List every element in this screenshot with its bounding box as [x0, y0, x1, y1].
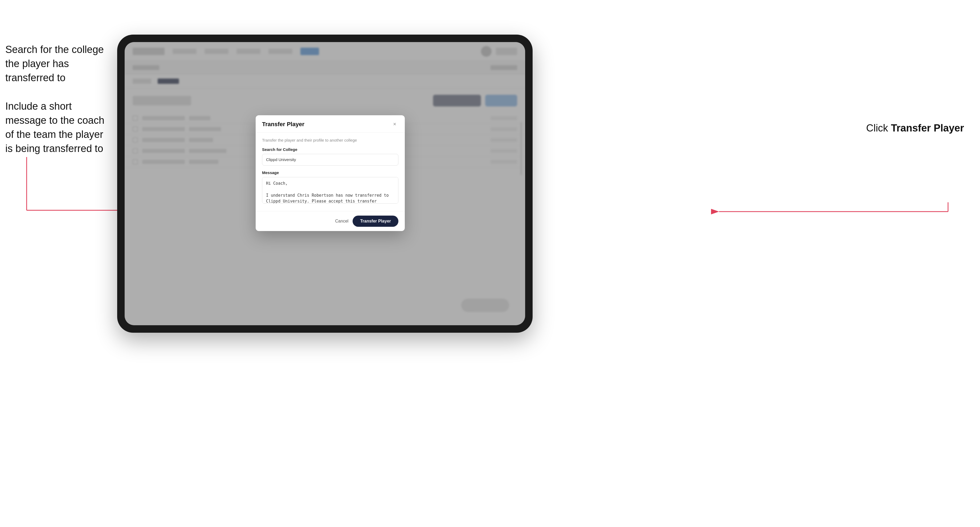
- close-icon: ×: [393, 121, 396, 127]
- search-college-input[interactable]: [262, 154, 398, 165]
- modal-overlay: Transfer Player × Transfer the player an…: [125, 42, 525, 325]
- annotation-text-1: Search for the college the player has tr…: [5, 43, 107, 85]
- annotation-right: Click Transfer Player: [866, 122, 964, 134]
- annotation-right-bold: Transfer Player: [891, 122, 964, 133]
- tablet-frame: Transfer Player × Transfer the player an…: [117, 35, 533, 333]
- modal-close-button[interactable]: ×: [391, 121, 398, 128]
- transfer-player-button[interactable]: Transfer Player: [353, 216, 398, 227]
- modal-footer: Cancel Transfer Player: [256, 211, 405, 231]
- transfer-player-modal: Transfer Player × Transfer the player an…: [256, 115, 405, 231]
- modal-body: Transfer the player and their profile to…: [256, 133, 405, 211]
- message-label: Message: [262, 170, 398, 175]
- search-college-label: Search for College: [262, 147, 398, 152]
- annotation-text-2: Include a short message to the coach of …: [5, 99, 107, 156]
- annotation-right-prefix: Click: [866, 122, 891, 133]
- tablet-screen: Transfer Player × Transfer the player an…: [125, 42, 525, 325]
- message-textarea[interactable]: Hi Coach, I understand Chris Robertson h…: [262, 177, 398, 204]
- modal-header: Transfer Player ×: [256, 115, 405, 133]
- annotation-left: Search for the college the player has tr…: [5, 43, 107, 156]
- cancel-button[interactable]: Cancel: [335, 219, 348, 224]
- modal-title: Transfer Player: [262, 121, 304, 128]
- modal-subtitle: Transfer the player and their profile to…: [262, 138, 398, 142]
